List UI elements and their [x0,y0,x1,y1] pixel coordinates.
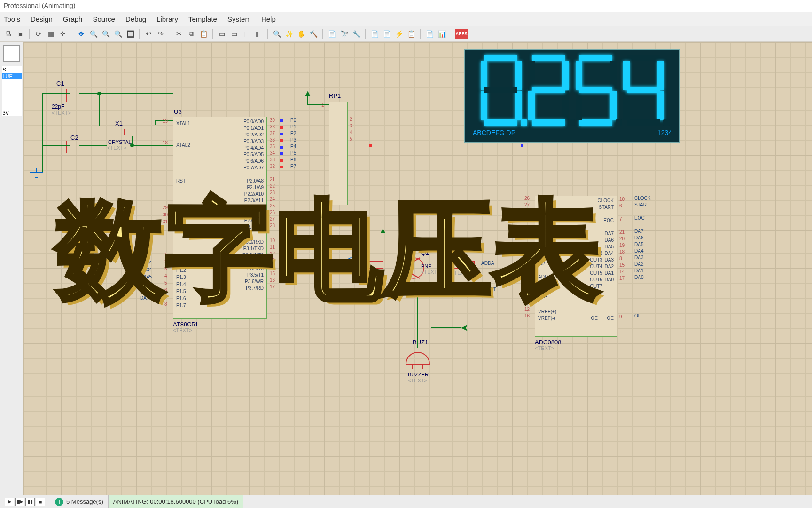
redo-icon[interactable]: ↷ [156,29,166,39]
capacitor-c1[interactable] [52,89,85,103]
cut-icon[interactable]: ✂ [174,29,184,39]
doc2-icon[interactable]: 📄 [382,29,392,39]
ares-icon[interactable]: ARES [455,29,468,39]
origin-icon[interactable]: ✛ [58,29,68,39]
undo-icon[interactable]: ↶ [143,29,154,39]
message-count: 5 Message(s) [66,498,103,505]
txt-u3: <TEXT> [173,327,192,333]
grid-icon[interactable]: ▦ [46,29,56,39]
component-list[interactable]: S LUE 3V [2,66,22,116]
app-title: Professional (Animating) [4,2,76,9]
ref-x1: X1 [115,120,123,127]
digit-3 [574,53,618,128]
wire [307,96,308,105]
block4-icon[interactable]: ▥ [253,29,264,39]
pin-state [280,152,283,155]
info-icon: i [55,498,63,506]
wire [99,93,100,126]
animation-status: ANIMATING: 00:00:18.600000 (CPU load 6%) [109,495,243,508]
zoom-area-icon[interactable]: 🔲 [125,29,135,39]
wrench-icon[interactable]: 🔧 [351,29,361,39]
pin-state [280,146,283,149]
crystal-x1[interactable] [99,127,132,137]
paste-icon[interactable]: 📋 [198,29,209,39]
wire [79,145,107,146]
list-item-selected[interactable]: LUE [2,73,22,79]
menu-source[interactable]: Source [93,15,115,23]
copy-icon[interactable]: ⧉ [186,29,196,39]
list-item[interactable] [2,80,22,81]
zoom-in-icon[interactable]: 🔍 [88,29,99,39]
bino-icon[interactable]: 🔭 [339,29,349,39]
buzzer[interactable] [401,347,434,370]
overview-box[interactable] [3,45,20,62]
ref-rp1: RP1 [329,92,341,99]
wand-icon[interactable]: ✨ [284,29,294,39]
seven-segment-display: ABCDEFG DP 1234 [464,49,680,143]
menu-tools[interactable]: Tools [4,15,20,23]
wire [79,93,173,94]
block3-icon[interactable]: ▤ [241,29,251,39]
toolbar: 🖶 ▣ ⟳ ▦ ✛ ✥ 🔍 🔍 🔍 🔲 ↶ ↷ ✂ ⧉ 📋 ▭ ▭ ▤ ▥ 🔍 … [0,26,812,41]
zoom-out-icon[interactable]: 🔍 [101,29,111,39]
list-item[interactable]: S [2,66,22,73]
txt-adc: <TEXT> [535,345,554,351]
separator [29,29,30,39]
txt-x1: <TEXT> [107,145,126,151]
sim-controls: ▶ ▮▶ ▮▮ ■ [0,495,50,508]
print-icon[interactable]: 🖶 [3,29,13,39]
ref-buz1: BUZ1 [413,339,428,346]
menu-template[interactable]: Template [188,15,217,23]
digit-4 [621,53,666,128]
erc-icon[interactable]: ⚡ [394,29,404,39]
val-x1: CRYSTAL [108,139,132,145]
workspace: S LUE 3V [0,42,812,495]
ref-c1: C1 [56,80,64,87]
menu-design[interactable]: Design [31,15,53,23]
txt-buz1: <TEXT> [408,378,427,383]
report-icon[interactable]: 📄 [424,29,435,39]
step-button[interactable]: ▮▶ [15,498,24,506]
wire [42,93,70,94]
capacitor-c2[interactable] [52,141,85,155]
hammer-icon[interactable]: 🔨 [308,29,319,39]
menu-debug[interactable]: Debug [125,15,146,23]
separator [322,29,323,39]
separator [212,29,213,39]
block2-icon[interactable]: ▭ [229,29,239,39]
wire [42,93,43,173]
bom-icon[interactable]: 📊 [437,29,447,39]
pin-state [280,126,283,129]
val-c1: 22pF [52,103,64,110]
zoom-fit-icon[interactable]: 🔍 [113,29,123,39]
pin-state [280,139,283,142]
play-button[interactable]: ▶ [5,498,14,506]
net-icon[interactable]: 📋 [406,29,416,39]
messages-group[interactable]: i 5 Message(s) [50,495,109,508]
seg7-pinlabel-left: ABCDEFG DP [473,129,515,136]
menu-system[interactable]: System [227,15,251,23]
pan-icon[interactable]: ✥ [76,29,86,39]
pause-button[interactable]: ▮▮ [25,498,35,506]
block-icon[interactable]: ▭ [217,29,227,39]
menu-help[interactable]: Help [261,15,276,23]
pin-state [280,166,283,168]
menu-graph[interactable]: Graph [63,15,83,23]
page-icon[interactable]: 📄 [327,29,337,39]
stop-button[interactable]: ■ [36,498,45,506]
status-bar: ▶ ▮▶ ▮▮ ■ i 5 Message(s) ANIMATING: 00:0… [0,495,812,508]
digit-2 [526,53,571,128]
pin-state [280,159,283,162]
area-icon[interactable]: ▣ [15,29,25,39]
schematic-canvas[interactable]: ABCDEFG DP 1234 C1 22pF <TEXT> X1 CRYSTA… [23,42,812,495]
refresh-icon[interactable]: ⟳ [33,29,44,39]
ref-u3: U3 [174,108,182,115]
menu-library[interactable]: Library [156,15,178,23]
overlay-title-text: 数字电压表 [56,179,601,325]
doc1-icon[interactable]: 📄 [369,29,380,39]
search-icon[interactable]: 🔍 [272,29,282,39]
ref-c2: C2 [70,134,78,141]
txt-c1: <TEXT> [52,110,71,116]
hand-icon[interactable]: ✋ [296,29,306,39]
list-item[interactable]: 3V [2,110,22,116]
